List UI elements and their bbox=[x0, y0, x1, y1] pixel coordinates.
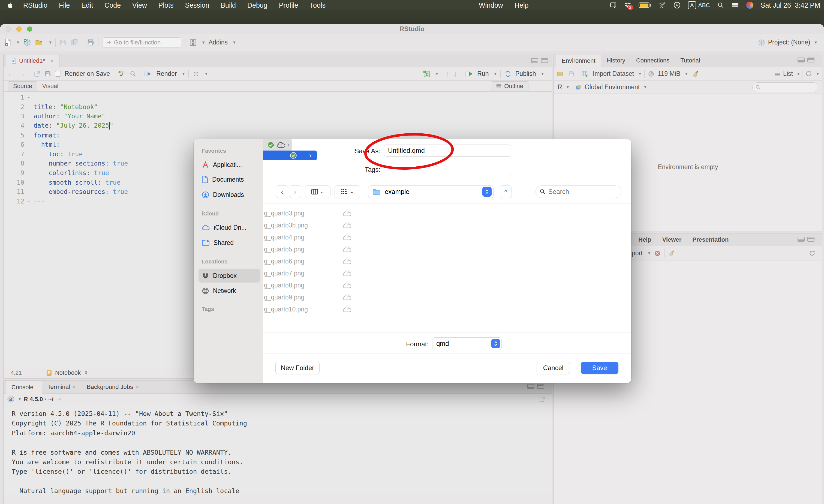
run-dropdown[interactable]: ▾ bbox=[494, 71, 497, 77]
forward-icon[interactable]: → bbox=[18, 70, 26, 78]
refresh-dropdown[interactable]: ▾ bbox=[816, 71, 819, 77]
apple-menu-icon[interactable] bbox=[0, 1, 17, 9]
memory-usage[interactable]: 119 MiB bbox=[658, 70, 680, 78]
doc-type-selector[interactable]: Notebook bbox=[55, 369, 81, 376]
language-selector[interactable]: R bbox=[557, 84, 562, 91]
menu-item[interactable]: View bbox=[126, 1, 153, 9]
new-file-button[interactable] bbox=[4, 38, 11, 46]
addins-button[interactable]: Addins bbox=[209, 39, 228, 46]
menu-item[interactable]: File bbox=[53, 1, 76, 9]
code-line[interactable]: 5format: bbox=[4, 130, 552, 140]
render-button[interactable]: Render bbox=[156, 70, 177, 78]
project-selector[interactable]: Project: (None) bbox=[768, 39, 810, 46]
menubar-date[interactable]: Sat Jul 26 bbox=[761, 1, 791, 9]
maximize-pane-icon[interactable] bbox=[807, 237, 814, 242]
display-sidebar-icon[interactable] bbox=[610, 2, 617, 9]
render-dropdown[interactable]: ▾ bbox=[182, 71, 185, 77]
pane-tab[interactable]: Help bbox=[633, 233, 657, 246]
load-workspace-icon[interactable] bbox=[557, 71, 565, 77]
clear-plots-icon[interactable] bbox=[668, 250, 676, 257]
location-stepper-icon[interactable] bbox=[482, 187, 492, 197]
battery-icon[interactable] bbox=[639, 2, 651, 8]
tab-untitled1[interactable]: Untitled1* × bbox=[6, 55, 60, 67]
console-popout-icon[interactable] bbox=[539, 396, 545, 402]
export-button-clipped[interactable]: port bbox=[632, 249, 643, 257]
goto-file-input[interactable] bbox=[114, 39, 174, 46]
input-source-switcher[interactable]: A ABC bbox=[688, 1, 710, 9]
sidebar-item-applications[interactable]: Applicati... bbox=[199, 159, 260, 171]
column-view-button[interactable]: ⌄ bbox=[305, 186, 330, 198]
console-output[interactable]: R version 4.5.0 (2025-04-11) -- "How Abo… bbox=[4, 405, 552, 493]
popout-icon[interactable] bbox=[34, 70, 40, 77]
goto-file-search[interactable] bbox=[102, 37, 181, 48]
sidebar-item-network[interactable]: Network bbox=[199, 285, 260, 297]
refresh-icon[interactable] bbox=[809, 250, 816, 257]
menu-item[interactable]: Profile bbox=[273, 1, 304, 9]
clear-workspace-icon[interactable] bbox=[693, 70, 700, 78]
menu-item[interactable]: Build bbox=[215, 1, 241, 9]
menu-item[interactable]: Debug bbox=[241, 1, 273, 9]
screen-record-icon[interactable] bbox=[674, 2, 681, 9]
expand-button[interactable]: ^ bbox=[500, 186, 512, 198]
sidebar-item-dropbox[interactable]: Dropbox bbox=[199, 269, 260, 283]
run-next-icon[interactable]: ↓ bbox=[453, 70, 457, 78]
code-line[interactable]: 2title: "Notebook" bbox=[4, 102, 552, 112]
menu-item[interactable]: Window bbox=[473, 1, 509, 9]
tags-input[interactable] bbox=[384, 163, 511, 175]
language-dropdown[interactable]: ▾ bbox=[566, 84, 569, 90]
menu-item[interactable]: Tools bbox=[304, 1, 331, 9]
pane-layout-button[interactable] bbox=[189, 39, 197, 46]
run-previous-icon[interactable]: ↑ bbox=[446, 70, 450, 78]
remove-plot-icon[interactable] bbox=[654, 250, 661, 257]
menubar-time[interactable]: 3:42 PM bbox=[795, 1, 820, 9]
dropbox-status-icon[interactable]: 2 bbox=[624, 2, 631, 9]
forward-button[interactable]: › bbox=[289, 186, 301, 198]
source-mode-button[interactable]: Source bbox=[8, 81, 37, 91]
spellcheck-icon[interactable] bbox=[118, 70, 126, 78]
publish-button[interactable]: Publish bbox=[515, 70, 536, 78]
cursor-position[interactable]: 4:21 bbox=[11, 370, 22, 376]
addins-dropdown[interactable]: ▾ bbox=[233, 39, 235, 45]
environment-search-input[interactable] bbox=[763, 85, 812, 89]
outline-button[interactable]: Outline bbox=[491, 81, 528, 91]
sidebar-item-documents[interactable]: Documents bbox=[199, 174, 260, 186]
project-dropdown[interactable]: ▾ bbox=[814, 39, 817, 45]
pane-tab[interactable]: Connections bbox=[631, 54, 675, 67]
visual-mode-button[interactable]: Visual bbox=[37, 82, 64, 91]
dialog-search-field[interactable] bbox=[535, 186, 621, 198]
render-on-save-checkbox[interactable] bbox=[55, 71, 61, 77]
wifi-off-icon[interactable] bbox=[658, 1, 666, 9]
list-view-selector[interactable]: List bbox=[783, 70, 793, 78]
settings-gear-icon[interactable] bbox=[193, 70, 200, 78]
scope-dropdown[interactable]: ▾ bbox=[644, 84, 646, 90]
maximize-pane-icon[interactable] bbox=[537, 384, 544, 389]
insert-chunk-dropdown[interactable]: ▾ bbox=[436, 71, 438, 77]
menu-item[interactable]: Plots bbox=[153, 1, 180, 9]
save-workspace-icon[interactable] bbox=[568, 71, 575, 77]
save-all-button[interactable] bbox=[70, 39, 79, 46]
new-folder-button[interactable]: New Folder bbox=[276, 362, 320, 374]
code-line[interactable]: 4date: "July 26, 2025" bbox=[4, 121, 552, 131]
pane-layout-dropdown[interactable]: ▾ bbox=[202, 39, 205, 45]
code-line[interactable]: 1▾--- bbox=[4, 93, 552, 102]
save-button[interactable] bbox=[60, 39, 67, 46]
format-selector[interactable]: qmd bbox=[432, 337, 502, 350]
save-button[interactable]: Save bbox=[581, 362, 618, 374]
format-stepper-icon[interactable] bbox=[491, 339, 500, 348]
spotlight-icon[interactable] bbox=[717, 2, 724, 8]
code-line[interactable]: 3author: "Your Name" bbox=[4, 112, 552, 121]
minimize-pane-icon[interactable] bbox=[531, 58, 538, 63]
sidebar-item-shared[interactable]: Shared bbox=[199, 237, 260, 249]
print-button[interactable] bbox=[87, 39, 94, 46]
app-status-icon[interactable] bbox=[746, 2, 753, 9]
location-selector[interactable]: example bbox=[368, 186, 494, 198]
pane-tab[interactable]: History bbox=[601, 54, 631, 67]
find-replace-icon[interactable] bbox=[130, 71, 136, 77]
import-dataset-dropdown[interactable]: ▾ bbox=[639, 71, 641, 77]
pane-tab[interactable]: Viewer bbox=[657, 233, 687, 246]
maximize-pane-icon[interactable] bbox=[807, 58, 814, 63]
console-tab[interactable]: Terminal× bbox=[42, 381, 81, 393]
save-doc-icon[interactable] bbox=[44, 70, 51, 77]
cancel-button[interactable]: Cancel bbox=[537, 362, 570, 374]
menu-item[interactable]: RStudio bbox=[17, 1, 53, 9]
